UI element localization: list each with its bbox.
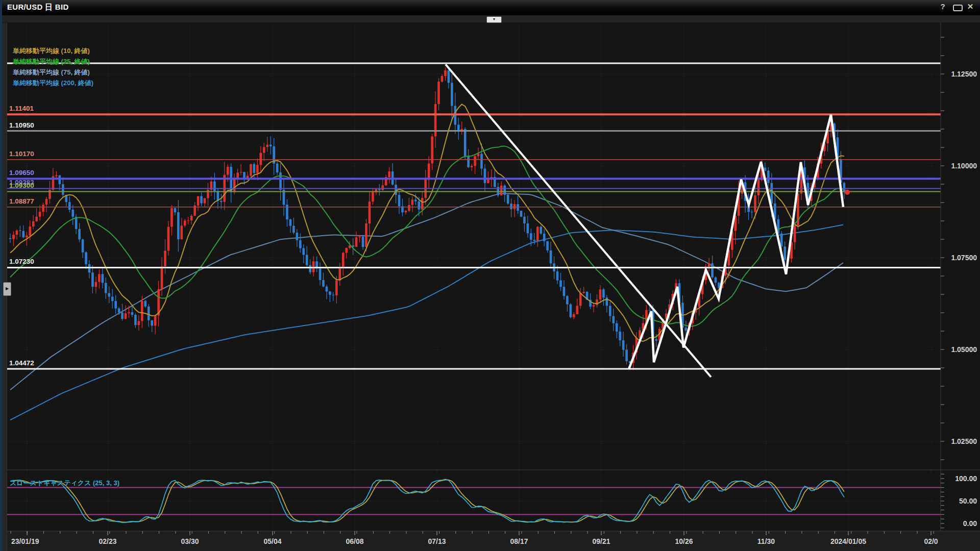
date-axis-label: 07/13 — [428, 537, 446, 545]
toolbar-collapse-button[interactable]: ▼ — [486, 16, 502, 23]
price-axis-label: 1.02500 — [951, 437, 977, 445]
date-axis-label: 09/21 — [592, 537, 610, 545]
date-axis-label: 05/04 — [263, 537, 281, 545]
level-label: 1.10170 — [9, 150, 34, 158]
date-axis-label: 10/26 — [675, 537, 693, 545]
last-price-marker — [845, 190, 850, 195]
level-label: 1.09650 — [9, 169, 34, 177]
level-label: 1.10950 — [9, 121, 34, 129]
date-axis-label: 23/01/19 — [11, 537, 39, 545]
price-axis-label: 1.05000 — [951, 345, 977, 354]
level-label: 1.07230 — [9, 258, 34, 265]
price-axis-label: 1.10000 — [951, 162, 977, 170]
date-axis-label: 03/30 — [181, 537, 199, 545]
window-left-border — [0, 0, 2, 551]
date-axis-label: 02/23 — [99, 537, 116, 545]
date-axis-label: 11/30 — [757, 537, 775, 545]
stoch-axis-label: 0.00 — [963, 519, 977, 528]
maximize-icon[interactable] — [953, 5, 963, 11]
stochastics-label: スローストキャスティクス (25, 3, 3) — [10, 479, 119, 488]
toolbar-strip: ▼ — [0, 15, 980, 23]
date-axis-label: 2024/01/05 — [830, 537, 866, 545]
sidebar-expand-button[interactable]: ▶ — [3, 282, 11, 296]
date-axis-label: 02/0 — [924, 537, 938, 545]
ma-legend: 単純移動平均線 (10, 終値) 単純移動平均線 (25, 終値) 単純移動平均… — [13, 45, 93, 88]
legend-item-sma75: 単純移動平均線 (75, 終値) — [13, 67, 93, 78]
close-icon[interactable]: ✕ — [965, 2, 976, 11]
price-axis-label: 1.12500 — [951, 70, 977, 78]
legend-item-sma25: 単純移動平均線 (25, 終値) — [13, 56, 93, 67]
window-title: EUR/USD 日 BID — [7, 3, 69, 12]
level-label: 1.04472 — [9, 359, 34, 367]
level-label: 1.09300 — [9, 182, 34, 189]
help-icon[interactable]: ? — [937, 2, 948, 11]
title-bar: EUR/USD 日 BID ? ✕ — [0, 0, 980, 16]
level-label: 1.08877 — [9, 197, 34, 205]
stoch-axis-label: 100.00 — [955, 474, 977, 483]
stoch-axis-label: 50.00 — [959, 497, 977, 505]
price-axis-label: 1.07500 — [951, 254, 977, 262]
date-axis-label: 06/08 — [346, 537, 363, 545]
legend-item-sma200: 単純移動平均線 (200, 終値) — [13, 78, 93, 88]
chart-canvas[interactable]: 1.114011.109501.101701.096501.093831.093… — [0, 0, 980, 551]
date-axis-label: 08/17 — [510, 537, 528, 545]
level-label: 1.11401 — [9, 105, 34, 112]
legend-item-sma10: 単純移動平均線 (10, 終値) — [13, 45, 93, 56]
